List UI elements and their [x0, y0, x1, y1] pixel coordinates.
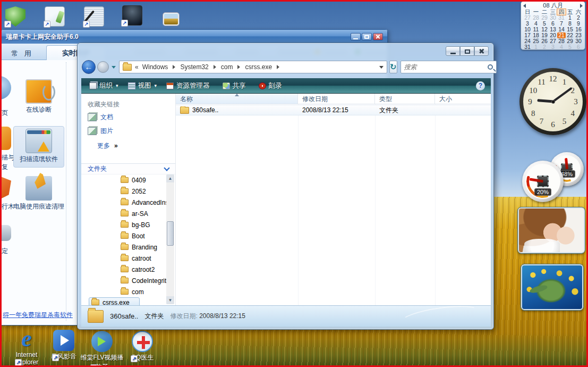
feature-label: 在线诊断: [13, 105, 64, 114]
cut-feature-icon[interactable]: [0, 76, 11, 99]
column-headers: 名称 修改日期 类型 大小: [176, 94, 491, 104]
scroll-down-icon[interactable]: ▼: [166, 296, 174, 304]
column-header-type[interactable]: 类型: [375, 94, 435, 104]
breadcrumb-separator-icon[interactable]: [277, 65, 279, 69]
photo-gadget-portrait[interactable]: [518, 207, 585, 253]
favorite-documents[interactable]: 文档: [88, 113, 113, 122]
breadcrumb-item[interactable]: csrss.exe: [245, 63, 284, 71]
tree-item[interactable]: CodeIntegrit: [81, 275, 166, 286]
kaka-maximize-button[interactable]: [362, 33, 372, 40]
calendar-date-cell[interactable]: 2: [540, 44, 549, 50]
cpu-gauge: 20%: [522, 161, 564, 202]
photo-gadget-turtle[interactable]: [521, 264, 583, 310]
command-toolbar: 组织 ▾ 视图 ▾ 资源管理器 共享: [81, 78, 491, 94]
forward-button[interactable]: [97, 61, 109, 73]
favorite-pictures[interactable]: 图片: [88, 127, 113, 136]
tree-item[interactable]: catroot2: [81, 264, 166, 275]
cut-feature-label: 页: [2, 109, 10, 117]
calendar-date-cell[interactable]: 3: [549, 44, 557, 50]
calendar-date-cell[interactable]: 6: [574, 44, 583, 50]
close-button[interactable]: [474, 46, 489, 56]
favorites-more-link[interactable]: 更多»: [97, 141, 117, 151]
broom-icon: [25, 176, 52, 201]
history-dropdown-icon[interactable]: [112, 66, 116, 69]
scroll-up-icon[interactable]: ▲: [166, 174, 174, 182]
file-row-360safe[interactable]: 360safe.. 2008/8/13 22:15 文件夹: [176, 105, 491, 115]
tree-item[interactable]: Branding: [81, 241, 166, 253]
calendar-gadget[interactable]: 08 八月 日一二三四五六 27282930311234567891011121…: [521, 1, 585, 50]
calendar-date-cell[interactable]: 4: [557, 44, 566, 50]
favorites-title: 收藏夹链接: [88, 100, 120, 109]
feature-online-diagnosis[interactable]: 在线诊断: [13, 79, 64, 114]
address-folder-icon: [123, 64, 132, 71]
tree-item[interactable]: com: [81, 286, 166, 297]
maximize-button[interactable]: [460, 46, 474, 56]
breadcrumb-item[interactable]: Windows: [142, 63, 181, 71]
free-antivirus-link[interactable]: 得一年免费瑞星杀毒软件: [3, 311, 73, 320]
explorer-window: ← « Windows System32: [77, 43, 494, 330]
kaka-title-bar[interactable]: 瑞星卡卡上网安全助手6.0: [2, 30, 387, 44]
toolbar-button[interactable]: 视图 ▾: [123, 80, 162, 92]
tree-scrollbar[interactable]: ▲ ▼: [166, 174, 174, 304]
tree-item[interactable]: csrss.exe: [89, 297, 140, 305]
details-name: 360safe..: [110, 312, 139, 320]
clock-minute-hand: [552, 87, 573, 103]
help-button[interactable]: ?: [476, 81, 485, 90]
folders-band[interactable]: 文件夹: [81, 163, 175, 174]
column-header-size[interactable]: 大小: [435, 94, 491, 104]
explorer-main: 收藏夹链接 文档 图片 更多» 文件夹: [81, 94, 491, 305]
kaka-tab-common[interactable]: 常 用: [5, 47, 40, 60]
tree-item[interactable]: bg-BG: [81, 219, 166, 230]
breadcrumb-item[interactable]: com: [221, 63, 245, 71]
tree-item[interactable]: 0409: [81, 174, 166, 186]
address-bar[interactable]: « Windows System32 com: [119, 61, 387, 73]
calendar-date-cell[interactable]: 1: [532, 44, 540, 50]
clock-number: 2: [570, 86, 575, 95]
calendar-date-cell[interactable]: 5: [566, 44, 574, 50]
toolbar-button[interactable]: 刻录: [254, 80, 290, 92]
toolbar-button[interactable]: 组织 ▾: [84, 80, 123, 92]
address-dropdown-icon[interactable]: [379, 66, 384, 69]
refresh-button[interactable]: ↻: [389, 61, 397, 73]
details-type: 文件夹: [145, 312, 164, 321]
minimize-button[interactable]: [446, 46, 460, 56]
breadcrumb-separator-icon[interactable]: [173, 65, 175, 69]
folder-icon: [121, 233, 129, 239]
folder-icon: [121, 222, 129, 228]
calendar-next-icon[interactable]: [580, 4, 583, 8]
calendar-date-cell[interactable]: 31: [523, 44, 532, 50]
breadcrumb-overflow-chevron[interactable]: «: [135, 63, 139, 71]
kaka-minimize-button[interactable]: [351, 33, 361, 40]
breadcrumb-separator-icon[interactable]: [237, 65, 240, 69]
toolbar-button[interactable]: 共享: [218, 80, 254, 92]
tree-item[interactable]: ar-SA: [81, 208, 166, 219]
feature-scan-rogue-software[interactable]: 扫描流氓软件: [13, 126, 64, 168]
folder-icon: [121, 199, 129, 205]
calendar-grid: 2728293031123456789101112131415161718192…: [523, 15, 583, 50]
search-icon[interactable]: [488, 64, 493, 70]
breadcrumb-separator-icon[interactable]: [214, 65, 216, 69]
column-header-name[interactable]: 名称: [176, 94, 298, 104]
back-button[interactable]: ←: [82, 60, 96, 74]
feature-trace-cleanup[interactable]: 电脑使用痕迹清理: [13, 176, 64, 211]
tree-item[interactable]: catroot: [81, 253, 166, 264]
cut-feature-icon[interactable]: [0, 225, 11, 241]
tree-item[interactable]: AdvancedIns: [81, 197, 166, 208]
toolbar-button-icon: [128, 82, 135, 89]
breadcrumb-item[interactable]: System32: [180, 63, 220, 71]
folder-icon: [180, 107, 189, 114]
clock-gadget[interactable]: 121234567891011: [519, 68, 586, 135]
clock-hour-hand: [537, 99, 553, 103]
cut-feature-icon[interactable]: [0, 176, 11, 199]
cut-feature-icon[interactable]: [0, 127, 11, 150]
double-chevron-icon: »: [114, 142, 117, 149]
tree-item[interactable]: 2052: [81, 186, 166, 197]
kaka-close-button[interactable]: [373, 33, 383, 40]
column-header-date[interactable]: 修改日期: [298, 94, 375, 104]
search-box[interactable]: [400, 61, 497, 73]
search-input[interactable]: [404, 63, 488, 71]
tree-item[interactable]: Boot: [81, 230, 166, 241]
toolbar-button[interactable]: 资源管理器: [161, 80, 218, 92]
scrollbar-thumb[interactable]: [167, 221, 174, 246]
cpu-meter-gadget[interactable]: 48% 20%: [522, 152, 587, 204]
